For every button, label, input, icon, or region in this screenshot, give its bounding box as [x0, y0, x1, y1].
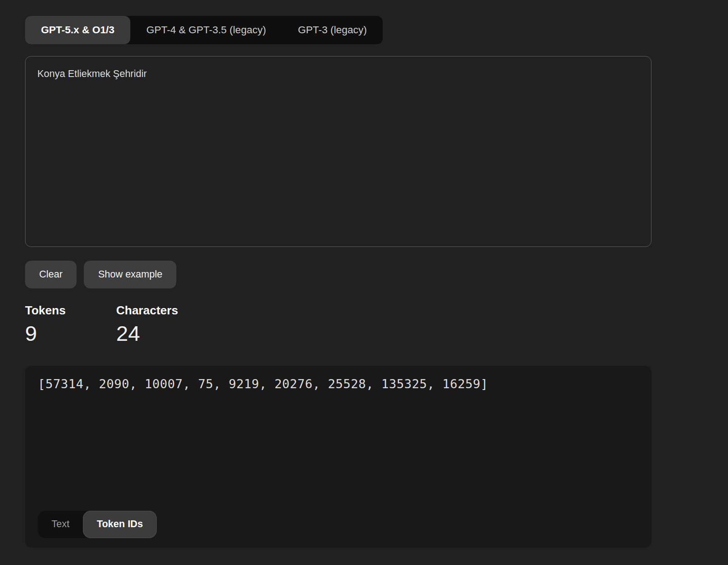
output-view-toggle: Text Token IDs	[38, 511, 157, 538]
tab-gpt3-legacy[interactable]: GPT-3 (legacy)	[282, 16, 383, 44]
tokens-stat: Tokens 9	[25, 304, 116, 345]
show-example-button[interactable]: Show example	[84, 261, 176, 288]
tokenizer-page: GPT-5.x & O1/3 GPT-4 & GPT-3.5 (legacy) …	[0, 0, 728, 548]
token-ids-output: [57314, 2090, 10007, 75, 9219, 20276, 25…	[38, 377, 488, 391]
tab-gpt4-gpt35-legacy[interactable]: GPT-4 & GPT-3.5 (legacy)	[130, 16, 282, 44]
toggle-text-view[interactable]: Text	[38, 511, 83, 538]
tokens-label: Tokens	[25, 304, 116, 318]
stats-row: Tokens 9 Characters 24	[25, 304, 728, 345]
characters-label: Characters	[116, 304, 207, 318]
characters-stat: Characters 24	[116, 304, 207, 345]
clear-button[interactable]: Clear	[25, 261, 77, 288]
action-buttons: Clear Show example	[25, 261, 728, 288]
characters-value: 24	[116, 322, 207, 345]
toggle-token-ids-view[interactable]: Token IDs	[83, 511, 156, 538]
tab-gpt5x-o13[interactable]: GPT-5.x & O1/3	[25, 16, 130, 44]
model-tabbar: GPT-5.x & O1/3 GPT-4 & GPT-3.5 (legacy) …	[25, 16, 383, 44]
output-panel: [57314, 2090, 10007, 75, 9219, 20276, 25…	[25, 366, 651, 548]
tokens-value: 9	[25, 322, 116, 345]
tokenizer-text-input[interactable]: Konya Etliekmek Şehridir	[25, 56, 651, 247]
